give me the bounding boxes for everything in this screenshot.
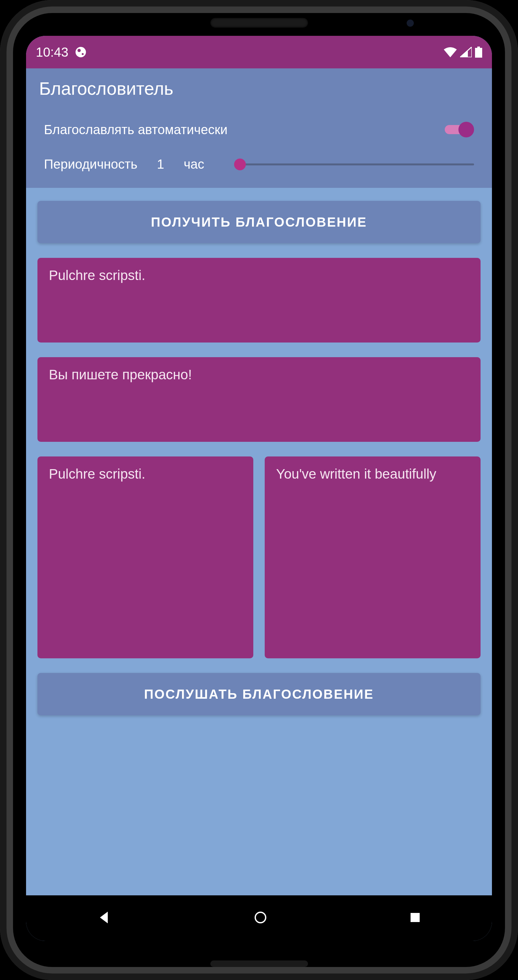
periodicity-slider[interactable] bbox=[240, 164, 474, 165]
svg-point-2 bbox=[82, 53, 84, 55]
svg-point-0 bbox=[76, 47, 86, 57]
app-status-icon bbox=[75, 46, 87, 58]
app-title: Благословитель bbox=[39, 78, 479, 99]
blessing-card-english: You've written it beautifully bbox=[265, 457, 481, 658]
battery-icon bbox=[475, 46, 482, 57]
recent-apps-icon[interactable] bbox=[409, 912, 421, 925]
wifi-icon bbox=[444, 47, 457, 57]
periodicity-value: 1 bbox=[157, 157, 164, 172]
svg-rect-3 bbox=[477, 46, 480, 48]
signal-icon bbox=[460, 47, 472, 57]
slider-thumb[interactable] bbox=[234, 159, 246, 170]
blessing-card-latin: Pulchre scripsti. bbox=[37, 258, 481, 342]
status-bar: 10:43 bbox=[26, 36, 492, 68]
app-bar: Благословитель bbox=[26, 68, 492, 112]
phone-frame: 10:43 Благословитель bbox=[0, 0, 518, 980]
android-nav-bar bbox=[26, 895, 492, 941]
screen: 10:43 Благословитель bbox=[26, 36, 492, 941]
blessing-card-russian: Вы пишете прекрасно! bbox=[37, 357, 481, 442]
svg-rect-4 bbox=[475, 48, 482, 57]
auto-bless-label: Благославлять автоматически bbox=[44, 123, 227, 137]
auto-bless-row: Благославлять автоматически bbox=[44, 122, 474, 137]
blessing-card-latin-2: Pulchre scripsti. bbox=[37, 457, 253, 658]
svg-point-5 bbox=[255, 912, 266, 923]
back-icon[interactable] bbox=[97, 910, 112, 926]
settings-panel: Благославлять автоматически Периодичност… bbox=[26, 112, 492, 188]
home-icon[interactable] bbox=[254, 911, 267, 925]
svg-rect-6 bbox=[410, 913, 419, 922]
periodicity-row: Периодичность 1 час bbox=[44, 157, 474, 172]
periodicity-unit: час bbox=[184, 157, 204, 172]
periodicity-label: Периодичность bbox=[44, 157, 137, 172]
phone-speaker-bottom bbox=[210, 961, 308, 967]
auto-bless-toggle[interactable] bbox=[445, 122, 474, 137]
status-time: 10:43 bbox=[36, 45, 68, 60]
get-blessing-button[interactable]: ПОЛУЧИТЬ БЛАГОСЛОВЕНИЕ bbox=[37, 201, 481, 243]
phone-speaker-top bbox=[210, 18, 308, 28]
blessing-card-pair: Pulchre scripsti. You've written it beau… bbox=[37, 457, 481, 658]
phone-camera bbox=[407, 19, 414, 27]
listen-blessing-button[interactable]: ПОСЛУШАТЬ БЛАГОСЛОВЕНИЕ bbox=[37, 673, 481, 715]
main-content: ПОЛУЧИТЬ БЛАГОСЛОВЕНИЕ Pulchre scripsti.… bbox=[26, 188, 492, 895]
svg-point-1 bbox=[78, 49, 81, 52]
